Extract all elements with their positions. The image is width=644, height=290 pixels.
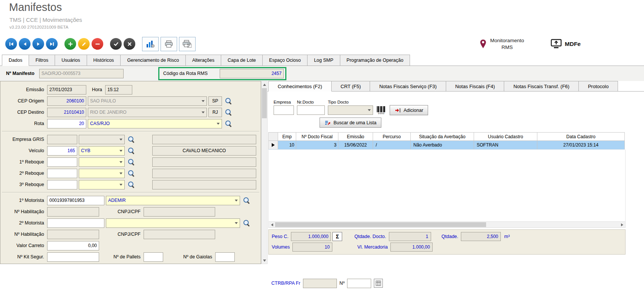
tab-historicos[interactable]: Históricos [87, 55, 121, 66]
empresa-input[interactable] [274, 105, 294, 115]
buscar-lista-button[interactable]: Buscar de uma Lista [320, 118, 381, 128]
cep-destino-search-button[interactable] [223, 108, 233, 117]
empresa-gris-descricao-box[interactable] [152, 135, 256, 144]
motorista1-documento-input[interactable]: 00019397801953 [47, 196, 104, 205]
gaiolas-input[interactable] [215, 252, 235, 262]
motorista1-nome-combo[interactable]: ADEMIR [106, 196, 240, 205]
cep-origem-cidade-combo[interactable]: SAO PAULO [88, 96, 207, 106]
habilitacao1-input[interactable] [47, 207, 99, 217]
reboque1-search-button[interactable] [126, 157, 136, 167]
delete-record-button[interactable] [92, 38, 103, 50]
monitoramento-rms-button[interactable]: Monitoramento RMS [479, 37, 524, 50]
cep-destino-uf-input[interactable]: RJ [208, 108, 222, 117]
chart-button[interactable] [142, 37, 159, 51]
tab-log-smp[interactable]: Log SMP [307, 55, 340, 66]
cep-destino-cidade-combo[interactable]: RIO DE JANEIRO [88, 108, 207, 117]
tab-protocolo[interactable]: Protocolo [578, 81, 618, 91]
cnpj2-input[interactable] [144, 230, 215, 239]
table-row[interactable]: 10 3 15/06/2022 / Não Averbado SOFTRAN 2… [268, 141, 626, 150]
tab-notas-fiscais[interactable]: Notas Fiscais (F4) [446, 81, 504, 91]
last-record-button[interactable] [46, 38, 58, 50]
sigma-button[interactable]: Σ [332, 232, 342, 241]
first-record-button[interactable] [5, 38, 17, 50]
manifesto-input[interactable]: SAO/RJO-0005573 [39, 69, 124, 78]
tab-capa-de-lote[interactable]: Capa de Lote [221, 55, 263, 66]
motorista2-search-button[interactable] [242, 218, 251, 228]
reboque3-search-button[interactable] [126, 180, 136, 189]
empresa-gris-combo[interactable] [79, 135, 125, 144]
scroll-left-button[interactable] [269, 222, 275, 227]
valor-carreto-input[interactable]: 0,00 [47, 241, 99, 250]
reboque2-descricao-box[interactable] [152, 169, 256, 178]
motorista1-search-button[interactable] [242, 196, 251, 205]
reboque3-codigo-input[interactable] [47, 180, 77, 189]
tab-usuarios[interactable]: Usuários [55, 55, 87, 66]
rota-search-button[interactable] [223, 119, 233, 128]
reboque1-descricao-box[interactable] [152, 157, 256, 167]
cep-origem-input[interactable]: 2060100 [47, 96, 86, 106]
hora-input[interactable]: 15:12 [105, 85, 132, 95]
tab-gerenciamento-de-risco[interactable]: Gerenciamento de Risco [120, 55, 186, 66]
reboque2-placa-combo[interactable] [79, 169, 125, 178]
reboque3-placa-combo[interactable] [79, 180, 125, 189]
edit-record-button[interactable] [78, 38, 90, 50]
tab-conhecimentos[interactable]: Conhecimentos (F2) [268, 81, 332, 92]
tab-espaco-ocioso[interactable]: Espaço Ocioso [262, 55, 307, 66]
scroll-up-button[interactable] [262, 81, 267, 88]
nrdocto-input[interactable] [297, 105, 325, 115]
tab-filtros[interactable]: Filtros [29, 55, 55, 66]
previous-record-button[interactable] [19, 38, 31, 50]
emissao-input[interactable]: 27/01/2023 [47, 85, 86, 95]
tab-programacao-de-operacao[interactable]: Programação de Operação [340, 55, 410, 66]
veiculo-codigo-input[interactable]: 165 [47, 146, 77, 156]
mdfe-button[interactable]: MDFe [551, 39, 581, 49]
vertical-scrollbar-thumb[interactable] [262, 88, 267, 118]
veiculo-placa-combo[interactable]: CYB [79, 146, 125, 156]
next-record-button[interactable] [32, 38, 44, 50]
reboque1-codigo-input[interactable] [47, 157, 77, 167]
rota-nome-combo[interactable]: CAS/RJO [88, 119, 222, 128]
tipodocto-combo[interactable] [328, 105, 373, 115]
scroll-right-button[interactable] [619, 222, 625, 227]
qtd-docto-input[interactable]: 1 [389, 232, 431, 241]
rota-codigo-input[interactable]: 20 [47, 119, 86, 128]
kit-segur-input[interactable] [47, 252, 99, 262]
cancel-button[interactable] [124, 38, 135, 50]
qtd-input[interactable]: 2,500 [461, 232, 501, 241]
barcode-button[interactable]: 0000 [376, 105, 387, 115]
peso-input[interactable]: 1.000,000 [291, 232, 331, 241]
habilitacao2-input[interactable] [47, 230, 99, 239]
empresa-gris-search-button[interactable] [126, 135, 136, 144]
cep-origem-uf-input[interactable]: SP [208, 96, 222, 106]
vertical-scrollbar[interactable] [261, 81, 268, 264]
reboque2-search-button[interactable] [126, 169, 136, 178]
print-button[interactable] [161, 37, 177, 51]
reboque1-placa-combo[interactable] [79, 157, 125, 167]
cnpj1-input[interactable] [144, 207, 215, 217]
vl-mercadoria-input[interactable]: 1.000,00 [390, 243, 433, 252]
add-record-button[interactable] [64, 38, 76, 50]
tab-alteracoes[interactable]: Alterações [185, 55, 221, 66]
motorista2-documento-input[interactable] [47, 218, 104, 228]
pallets-input[interactable] [144, 252, 163, 262]
tab-dados[interactable]: Dados [2, 55, 29, 66]
cep-origem-search-button[interactable] [223, 96, 233, 106]
veiculo-descricao-box[interactable]: CAVALO MECANICO [152, 146, 256, 156]
scroll-down-button[interactable] [262, 257, 267, 264]
ctrb-input[interactable] [303, 279, 337, 288]
reboque2-codigo-input[interactable] [47, 169, 77, 178]
horizontal-scrollbar[interactable] [268, 221, 626, 228]
veiculo-search-button[interactable] [126, 146, 136, 156]
motorista2-nome-combo[interactable] [106, 218, 240, 228]
rota-rms-input[interactable]: 2457 [220, 69, 284, 78]
volumes-input[interactable]: 10 [292, 243, 332, 252]
tab-crt[interactable]: CRT (F5) [331, 81, 370, 91]
numero-input[interactable] [347, 279, 371, 288]
print-preview-button[interactable] [179, 37, 196, 51]
cep-destino-input[interactable]: 21010410 [47, 108, 86, 117]
horizontal-scrollbar-thumb[interactable] [275, 222, 486, 227]
confirm-button[interactable] [110, 38, 122, 50]
adicionar-button[interactable]: Adicionar [390, 105, 428, 115]
reboque3-descricao-box[interactable] [152, 180, 256, 189]
ctrb-lookup-button[interactable] [374, 279, 383, 288]
